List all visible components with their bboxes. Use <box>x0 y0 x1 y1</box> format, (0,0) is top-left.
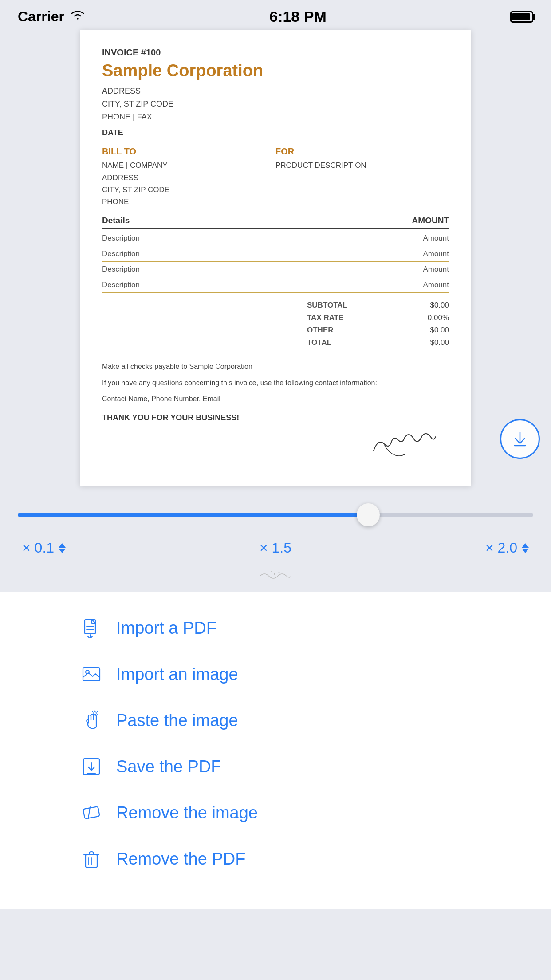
action-menu: Import a PDF Import an image Paste <box>0 592 551 909</box>
save-pdf-label: Save the PDF <box>116 757 221 776</box>
slider-container[interactable] <box>18 503 533 526</box>
svg-point-2 <box>274 573 276 575</box>
save-pdf-item[interactable]: Save the PDF <box>0 743 551 790</box>
signature <box>102 429 449 463</box>
bill-for-row: BILL TO NAME | COMPANY ADDRESS CITY, ST … <box>102 146 449 208</box>
svg-rect-13 <box>83 807 99 819</box>
company-name: Sample Corporation <box>102 61 449 80</box>
paste-image-label: Paste the image <box>116 711 238 730</box>
import-pdf-item[interactable]: Import a PDF <box>0 605 551 651</box>
hand-icon <box>80 709 103 732</box>
for-section: FOR PRODUCT DESCRIPTION <box>276 146 449 208</box>
invoice-totals: SUBTOTAL $0.00 TAX RATE 0.00% OTHER $0.0… <box>307 299 449 349</box>
wifi-icon <box>70 8 86 25</box>
zoom-labels: × 0.1 × 1.5 × 2.0 <box>18 540 533 556</box>
save-icon <box>80 755 103 778</box>
paste-image-item[interactable]: Paste the image <box>0 697 551 743</box>
remove-image-item[interactable]: Remove the image <box>0 790 551 836</box>
svg-point-10 <box>94 712 96 715</box>
remove-image-label: Remove the image <box>116 803 258 822</box>
table-row: DescriptionAmount <box>102 262 449 277</box>
slider-fill <box>18 513 368 517</box>
bill-to-section: BILL TO NAME | COMPANY ADDRESS CITY, ST … <box>102 146 276 208</box>
zoom-right-arrows[interactable] <box>522 543 529 553</box>
other-row: OTHER $0.00 <box>307 324 449 336</box>
svg-point-3 <box>279 572 280 573</box>
zoom-right[interactable]: × 2.0 <box>485 540 529 556</box>
invoice-document: INVOICE #100 Sample Corporation ADDRESS … <box>80 30 471 486</box>
zoom-left[interactable]: × 0.1 <box>22 540 66 556</box>
svg-rect-8 <box>83 668 100 681</box>
trash-icon <box>80 847 103 870</box>
battery-icon <box>510 11 533 23</box>
remove-pdf-item[interactable]: Remove the PDF <box>0 836 551 882</box>
import-image-item[interactable]: Import an image <box>0 651 551 697</box>
status-time: 6:18 PM <box>269 8 327 25</box>
slider-track <box>18 513 533 517</box>
status-bar: Carrier 6:18 PM <box>0 0 551 30</box>
invoice-footer: Make all checks payable to Sample Corpor… <box>102 360 449 463</box>
table-row: DescriptionAmount <box>102 246 449 262</box>
import-image-label: Import an image <box>116 665 238 684</box>
import-pdf-label: Import a PDF <box>116 619 216 638</box>
svg-point-4 <box>271 571 272 572</box>
invoice-rows: DescriptionAmount DescriptionAmount Desc… <box>102 231 449 293</box>
invoice-date: DATE <box>102 128 449 138</box>
zoom-center: × 1.5 <box>260 540 291 556</box>
decoration-area <box>0 561 551 592</box>
slider-area: × 0.1 × 1.5 × 2.0 <box>0 486 551 561</box>
eraser-icon <box>80 801 103 824</box>
table-row: DescriptionAmount <box>102 231 449 246</box>
table-row: DescriptionAmount <box>102 277 449 293</box>
slider-thumb[interactable] <box>357 503 380 526</box>
zoom-left-arrows[interactable] <box>59 543 66 553</box>
carrier-label: Carrier <box>18 8 86 25</box>
thank-you-text: THANK YOU FOR YOUR BUSINESS! <box>102 411 449 425</box>
invoice-document-wrapper: INVOICE #100 Sample Corporation ADDRESS … <box>35 30 516 486</box>
invoice-number: INVOICE #100 <box>102 47 449 58</box>
total-row: TOTAL $0.00 <box>307 336 449 349</box>
zoom-up-arrow[interactable] <box>59 543 66 548</box>
table-header: Details AMOUNT <box>102 216 449 229</box>
download-button[interactable] <box>500 419 540 459</box>
zoom-right-up-arrow[interactable] <box>522 543 529 548</box>
company-address: ADDRESS CITY, ST ZIP CODE PHONE | FAX <box>102 85 449 123</box>
tax-row: TAX RATE 0.00% <box>307 312 449 324</box>
zoom-right-down-arrow[interactable] <box>522 549 529 553</box>
subtotal-row: SUBTOTAL $0.00 <box>307 299 449 312</box>
file-icon <box>80 616 103 640</box>
remove-pdf-label: Remove the PDF <box>116 850 245 869</box>
zoom-down-arrow[interactable] <box>59 549 66 553</box>
image-icon <box>80 663 103 686</box>
